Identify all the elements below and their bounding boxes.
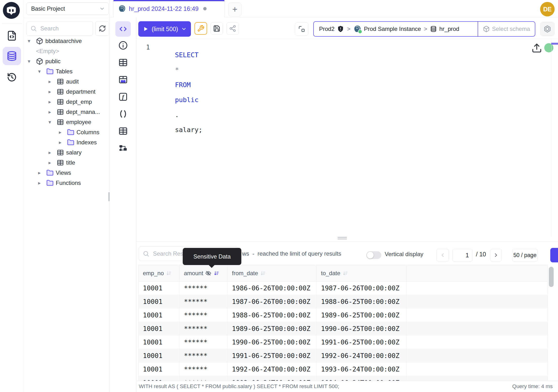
sort-icon[interactable] — [213, 270, 219, 276]
tree-item[interactable]: ▸ Indexes — [23, 137, 110, 148]
history-icon[interactable] — [7, 72, 17, 83]
next-page-button[interactable] — [490, 249, 502, 261]
schema-icon[interactable] — [118, 143, 128, 153]
results-scrollbar[interactable] — [549, 267, 554, 287]
cell-from-date: 1991-06-25T00:00:00Z — [227, 349, 317, 363]
schema-select[interactable]: Select schema — [478, 22, 535, 36]
tree-caret[interactable]: ▾ — [38, 69, 46, 74]
run-query-button[interactable]: (limit 500) — [138, 21, 191, 37]
ai-assistant-button[interactable] — [540, 22, 555, 36]
cell-amount: ****** — [180, 363, 227, 376]
cell-empty — [407, 349, 548, 363]
column-header[interactable]: to_date — [317, 265, 407, 281]
cell-to-date: 1993-06-24T00:00:00Z — [317, 363, 407, 376]
sort-icon[interactable] — [260, 270, 266, 276]
sidebar-resize-handle[interactable] — [108, 192, 110, 201]
tree-caret[interactable]: ▸ — [59, 139, 67, 145]
tree-caret[interactable]: ▸ — [49, 160, 57, 166]
result-row[interactable]: 10001 ****** 1987-06-26T00:00:00Z 1988-0… — [139, 295, 548, 308]
tree-item-label: public — [45, 58, 61, 65]
column-header[interactable] — [407, 265, 548, 281]
tree-item[interactable]: ▸ dept_emp — [23, 97, 110, 107]
tree-item[interactable]: ▸ salary — [23, 148, 110, 158]
tree-item[interactable]: ▾ public — [23, 56, 110, 66]
tree-item[interactable]: ▸ title — [23, 158, 110, 168]
result-row[interactable]: 10001 ****** 1992-06-24T00:00:00Z 1993-0… — [139, 363, 548, 376]
connection-breadcrumb[interactable]: Prod2 > Prod Sample Instance > hr_prod S… — [313, 21, 535, 37]
chevron-left-icon — [440, 252, 445, 258]
tree-caret[interactable]: ▸ — [59, 129, 67, 135]
column-header[interactable]: from_date — [227, 265, 317, 281]
eye-off-icon[interactable] — [205, 270, 211, 276]
column-header[interactable]: emp_no — [139, 265, 180, 281]
project-select[interactable]: Basic Project — [26, 2, 109, 15]
refresh-button[interactable] — [95, 21, 109, 36]
tree-item-label: department — [66, 88, 95, 95]
cell-from-date: 1986-06-26T00:00:00Z — [227, 281, 317, 295]
upload-sheet-button[interactable] — [532, 43, 542, 53]
sort-icon[interactable] — [342, 270, 348, 276]
tab-bar: hr_prod 2024-11-22 16:49 + DE — [110, 0, 558, 17]
tree-item[interactable]: ▸ audit — [23, 77, 110, 87]
save-button[interactable] — [210, 22, 223, 35]
cell-to-date: 1987-06-26T00:00:00Z — [317, 281, 407, 295]
tab-worksheet[interactable]: hr_prod 2024-11-22 16:49 — [113, 0, 225, 17]
tree-item-label: Views — [56, 169, 71, 176]
result-row[interactable]: 10001 ****** 1986-06-26T00:00:00Z 1987-0… — [139, 281, 548, 295]
table-icon[interactable] — [118, 126, 128, 136]
sql-editor[interactable]: 1 SELECT * FROM public . salary; — [136, 39, 558, 236]
cell-to-date: 1988-06-25T00:00:00Z — [317, 295, 407, 308]
share-button[interactable] — [227, 22, 239, 35]
result-row[interactable]: 10001 ****** 1990-06-25T00:00:00Z 1991-0… — [139, 336, 548, 349]
tree-caret[interactable]: ▾ — [49, 119, 57, 125]
page-number-input[interactable] — [452, 249, 472, 261]
tree-caret[interactable]: ▾ — [28, 38, 36, 44]
tree-item[interactable]: ▸ dept_mana... — [23, 107, 110, 117]
export-button[interactable] — [550, 248, 558, 262]
tree-item[interactable]: ▸ Columns — [23, 127, 110, 137]
table-icon[interactable] — [118, 58, 128, 67]
format-sql-button[interactable] — [295, 22, 308, 36]
page-size-select[interactable]: 50 / page — [512, 249, 538, 261]
tree-caret[interactable]: ▸ — [49, 89, 57, 95]
query-time: Query time: 4 ms — [512, 383, 553, 390]
table-search-icon[interactable] — [118, 75, 128, 85]
new-tab-button[interactable]: + — [228, 2, 242, 17]
tree-item[interactable]: ▸ Functions — [23, 178, 110, 188]
tree-caret[interactable]: ▸ — [38, 170, 46, 176]
sql-code-line[interactable]: SELECT * FROM public . salary; — [159, 44, 202, 141]
file-code-icon[interactable] — [7, 30, 17, 41]
tree-item[interactable]: ▾ Tables — [23, 66, 110, 77]
result-row[interactable]: 10001 ****** 1991-06-25T00:00:00Z 1992-0… — [139, 349, 548, 363]
database-icon[interactable] — [3, 47, 21, 65]
code-view-button[interactable] — [115, 21, 131, 37]
tree-item[interactable]: <Empty> — [23, 46, 110, 56]
column-header[interactable]: amount — [180, 265, 227, 281]
panel-resize-handle[interactable] — [338, 237, 347, 240]
avatar[interactable]: DE — [540, 2, 555, 17]
tree-item-label: salary — [66, 149, 82, 156]
troubleshoot-button[interactable] — [194, 22, 207, 35]
tree-caret[interactable]: ▸ — [38, 180, 46, 186]
info-icon[interactable] — [118, 41, 128, 50]
result-row[interactable]: 10001 ****** 1993-06-24T00:00:00Z 1994-0… — [139, 376, 548, 381]
result-row[interactable]: 10001 ****** 1989-06-25T00:00:00Z 1990-0… — [139, 322, 548, 336]
result-row[interactable]: 10001 ****** 1988-06-25T00:00:00Z 1989-0… — [139, 308, 548, 322]
tree-item[interactable]: ▸ Views — [23, 168, 110, 178]
tree-caret[interactable]: ▸ — [49, 150, 57, 156]
tree-caret[interactable]: ▸ — [49, 79, 57, 85]
tree-item[interactable]: ▾ bbdataarchive — [23, 36, 110, 46]
chevron-down-icon[interactable] — [181, 26, 187, 32]
tree-item[interactable]: ▾ employee — [23, 117, 110, 127]
vertical-display-toggle[interactable] — [366, 251, 381, 259]
executed-statement: WITH result AS ( SELECT * FROM public.sa… — [139, 383, 339, 390]
prev-page-button[interactable] — [436, 249, 449, 261]
parens-icon[interactable] — [118, 109, 128, 119]
tree-item[interactable]: ▸ department — [23, 87, 110, 97]
bytebase-logo-icon[interactable] — [3, 2, 20, 19]
tree-caret[interactable]: ▸ — [49, 99, 57, 105]
function-icon[interactable] — [118, 92, 128, 102]
tree-caret[interactable]: ▸ — [49, 109, 57, 115]
sort-icon[interactable] — [166, 270, 172, 276]
tree-caret[interactable]: ▾ — [28, 58, 36, 64]
